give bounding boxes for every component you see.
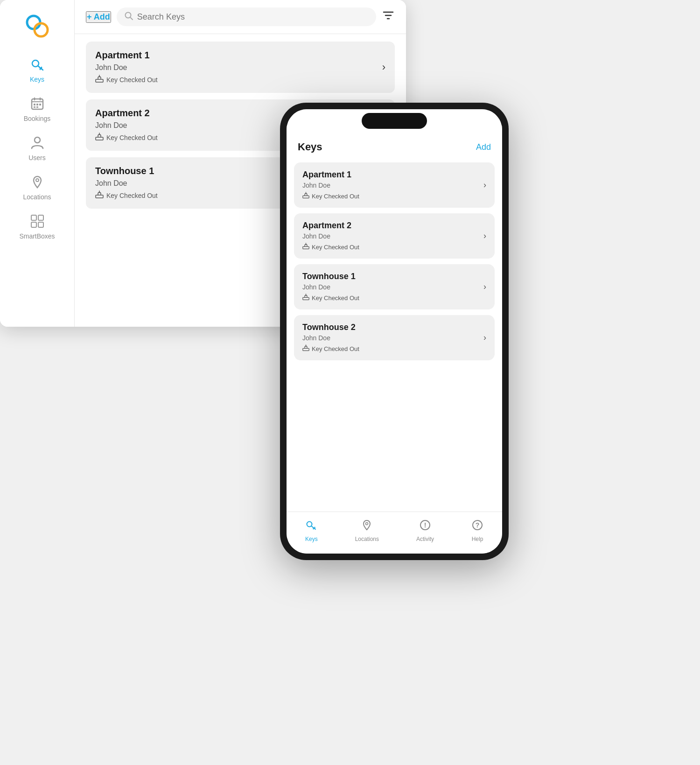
phone-key-status-0: Key Checked Out — [302, 192, 359, 200]
phone-chevron-0: › — [483, 180, 486, 190]
search-bar — [117, 7, 376, 26]
tab-activity-label: Activity — [416, 536, 434, 542]
phone-key-card-1[interactable]: Apartment 2 John Doe Key Checked Out — [294, 213, 495, 259]
search-input[interactable] — [137, 12, 369, 22]
phone-tab-keys[interactable]: Keys — [305, 519, 318, 542]
smartboxes-icon — [30, 214, 45, 231]
tab-help-icon: ? — [471, 519, 483, 534]
svg-point-15 — [35, 137, 40, 143]
svg-rect-35 — [303, 348, 309, 351]
svg-rect-33 — [303, 297, 309, 300]
users-icon — [30, 135, 45, 152]
phone-checkout-icon-3 — [302, 344, 309, 353]
tab-keys-icon — [305, 519, 317, 534]
phone-tab-locations[interactable]: Locations — [355, 519, 379, 542]
phone-key-card-0[interactable]: Apartment 1 John Doe Key Checked Out — [294, 162, 495, 208]
key-card-name-1: John Doe — [95, 121, 158, 130]
key-card-status-0: Key Checked Out — [95, 75, 158, 84]
filter-icon[interactable] — [382, 9, 395, 25]
phone-key-title-0: Apartment 1 — [302, 170, 359, 180]
phone-key-card-2[interactable]: Townhouse 1 John Doe Key Checked Out — [294, 264, 495, 309]
key-card-info-2: Townhouse 1 John Doe Key Checked Out — [95, 166, 158, 200]
checkout-icon-0 — [95, 75, 104, 84]
key-card-title-0: Apartment 1 — [95, 50, 158, 61]
tab-help-label: Help — [472, 536, 483, 542]
svg-line-22 — [130, 17, 133, 20]
phone-checkout-icon-1 — [302, 243, 309, 251]
sidebar-locations-label: Locations — [23, 193, 51, 201]
sidebar-bookings-label: Bookings — [24, 115, 51, 122]
phone-mockup: Keys Add Apartment 1 John Doe — [280, 103, 509, 560]
svg-rect-19 — [31, 222, 36, 227]
phone-tab-help[interactable]: ? Help — [471, 519, 483, 542]
sidebar-item-smartboxes[interactable]: SmartBoxes — [0, 209, 74, 245]
phone-key-title-3: Townhouse 2 — [302, 323, 359, 332]
sidebar: Keys Bookings — [0, 0, 75, 327]
key-card-info-0: Apartment 1 John Doe Key Checked Out — [95, 50, 158, 84]
key-status-text-2: Key Checked Out — [106, 192, 158, 199]
sidebar-item-bookings[interactable]: Bookings — [0, 91, 74, 127]
key-card-title-1: Apartment 2 — [95, 108, 158, 119]
svg-rect-14 — [36, 106, 38, 108]
phone-add-button[interactable]: Add — [476, 142, 491, 152]
phone-tab-activity[interactable]: ! Activity — [416, 519, 434, 542]
key-card-title-2: Townhouse 1 — [95, 166, 158, 176]
desktop-key-card-0[interactable]: Apartment 1 John Doe Key Checked Out — [86, 42, 395, 93]
svg-rect-20 — [38, 222, 43, 227]
phone-status-text-0: Key Checked Out — [312, 193, 359, 200]
svg-text:!: ! — [424, 521, 427, 529]
phone-notch — [362, 113, 427, 129]
sidebar-keys-label: Keys — [30, 76, 44, 83]
tab-locations-icon — [361, 519, 373, 534]
sidebar-item-users[interactable]: Users — [0, 131, 74, 166]
svg-rect-31 — [303, 246, 309, 249]
phone-key-card-3[interactable]: Townhouse 2 John Doe Key Checked Out — [294, 315, 495, 360]
sidebar-item-locations[interactable]: Locations — [0, 170, 74, 205]
phone-key-name-3: John Doe — [302, 334, 359, 342]
phone-key-name-0: John Doe — [302, 182, 359, 189]
key-card-status-2: Key Checked Out — [95, 190, 158, 200]
phone-checkout-icon-0 — [302, 192, 309, 200]
svg-rect-13 — [34, 106, 35, 108]
phone-chevron-2: › — [483, 282, 486, 292]
svg-rect-12 — [39, 104, 41, 105]
phone-chevron-3: › — [483, 333, 486, 343]
phone-header: Keys Add — [287, 137, 502, 159]
sidebar-users-label: Users — [28, 154, 46, 161]
phone-screen: Keys Add Apartment 1 John Doe — [287, 109, 502, 554]
svg-rect-25 — [96, 137, 103, 140]
phone-key-status-2: Key Checked Out — [302, 294, 359, 302]
tab-activity-icon: ! — [419, 519, 431, 534]
add-button[interactable]: + Add — [86, 11, 111, 23]
search-icon — [124, 11, 133, 22]
toolbar: + Add — [75, 0, 406, 34]
phone-status-text-1: Key Checked Out — [312, 244, 359, 251]
phone-key-info-3: Townhouse 2 John Doe Key Checked Out — [302, 323, 359, 353]
key-status-text-0: Key Checked Out — [106, 76, 158, 84]
tab-locations-label: Locations — [355, 536, 379, 542]
phone-keys-list: Apartment 1 John Doe Key Checked Out — [287, 159, 502, 512]
svg-point-0 — [27, 16, 40, 29]
locations-icon — [30, 175, 45, 191]
key-card-status-1: Key Checked Out — [95, 133, 158, 142]
app-logo — [22, 11, 52, 41]
phone-checkout-icon-2 — [302, 294, 309, 302]
svg-rect-10 — [34, 104, 35, 105]
svg-text:?: ? — [476, 521, 480, 529]
checkout-icon-2 — [95, 190, 104, 200]
svg-rect-23 — [96, 79, 103, 82]
phone-chevron-1: › — [483, 231, 486, 241]
bookings-icon — [30, 96, 45, 113]
svg-rect-18 — [38, 215, 43, 220]
svg-rect-11 — [36, 104, 38, 105]
sidebar-smartboxes-label: SmartBoxes — [19, 232, 55, 240]
phone-status-text-3: Key Checked Out — [312, 345, 359, 352]
sidebar-item-keys[interactable]: Keys — [0, 52, 74, 88]
phone-key-info-0: Apartment 1 John Doe Key Checked Out — [302, 170, 359, 200]
key-card-name-2: John Doe — [95, 179, 158, 188]
checkout-icon-1 — [95, 133, 104, 142]
phone-title: Keys — [298, 141, 322, 153]
tab-keys-label: Keys — [305, 536, 318, 542]
svg-rect-29 — [303, 196, 309, 198]
keys-icon — [30, 57, 45, 74]
